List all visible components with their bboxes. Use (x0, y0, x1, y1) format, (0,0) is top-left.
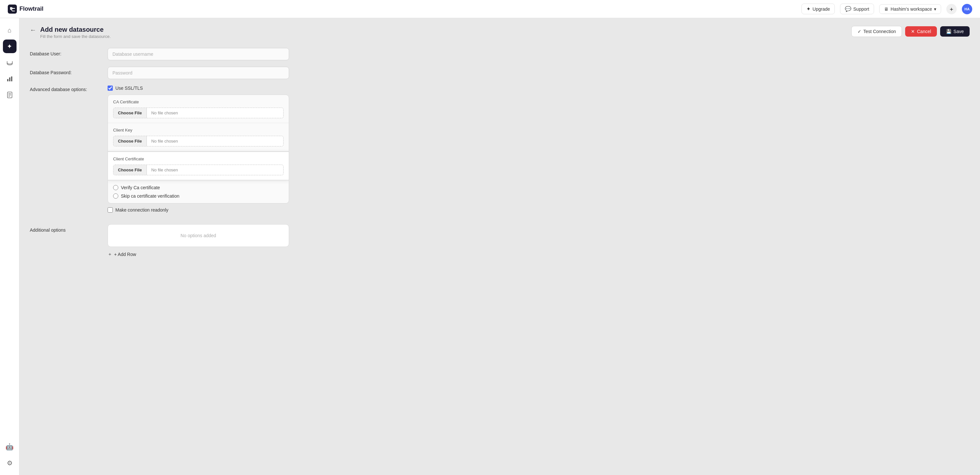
skip-ca-label[interactable]: Skip ca certificate verification (121, 194, 180, 199)
save-button[interactable]: 💾 Save (940, 26, 970, 37)
add-button[interactable]: ＋ (946, 4, 957, 14)
advanced-options-label: Advanced database options: (30, 86, 108, 92)
ca-cert-file-input-row: Choose File No file chosen (113, 108, 283, 118)
ssl-checkbox[interactable] (108, 86, 113, 91)
client-key-choose-button[interactable]: Choose File (113, 136, 147, 146)
sidebar-item-ai[interactable]: 🤖 (3, 440, 16, 454)
support-icon: 💬 (845, 6, 851, 12)
skip-ca-option: Skip ca certificate verification (113, 194, 283, 199)
checkmark-icon: ✓ (858, 29, 861, 34)
svg-rect-2 (7, 79, 8, 81)
client-certificate-section: Client Certificate Choose File No file c… (108, 151, 289, 181)
upgrade-label: Upgrade (813, 6, 830, 12)
upgrade-button[interactable]: ✦ Upgrade (802, 3, 835, 14)
reports-icon (6, 91, 13, 98)
client-cert-label: Client Certificate (113, 157, 283, 161)
add-row-label: + Add Row (114, 252, 136, 257)
db-user-input[interactable] (108, 48, 289, 60)
verify-ca-radio[interactable] (113, 185, 118, 190)
sidebar-item-query[interactable]: ✦ (3, 40, 16, 53)
db-password-row: Database Password: (30, 67, 289, 79)
verify-ca-label[interactable]: Verify Ca certificate (121, 185, 160, 190)
ssl-checkbox-row: Use SSL/TLS (108, 86, 289, 91)
page-title: Add new datasource (40, 26, 111, 33)
db-user-row: Database User: (30, 48, 289, 60)
db-user-field (108, 48, 289, 60)
ca-cert-choose-button[interactable]: Choose File (113, 108, 147, 118)
page-title-block: Add new datasource Fill the form and sav… (40, 26, 111, 39)
readonly-label[interactable]: Make connection readonly (115, 207, 168, 213)
client-key-file-input-row: Choose File No file chosen (113, 136, 283, 146)
add-row-button[interactable]: ＋ + Add Row (108, 250, 136, 259)
sidebar-item-charts[interactable] (3, 72, 16, 86)
sidebar: ⌂ ✦ 🤖 ⚙ (0, 18, 19, 475)
ssl-radio-section: Verify Ca certificate Skip ca certificat… (108, 181, 289, 203)
no-options-text: No options added (180, 233, 216, 238)
client-cert-chosen-text: No file chosen (147, 165, 183, 175)
ca-certificate-section: CA Certificate Choose File No file chose… (108, 95, 289, 123)
db-user-label: Database User: (30, 48, 108, 56)
additional-options-row: Additional options No options added ＋ + … (30, 224, 289, 259)
verify-ca-option: Verify Ca certificate (113, 185, 283, 190)
sidebar-item-settings[interactable]: ⚙ (3, 456, 16, 470)
skip-ca-radio[interactable] (113, 194, 118, 199)
support-label: Support (853, 6, 869, 12)
additional-options-label: Additional options (30, 224, 108, 233)
client-key-chosen-text: No file chosen (147, 136, 183, 146)
avatar: HA (962, 4, 972, 14)
save-icon: 💾 (946, 29, 951, 34)
ca-cert-chosen-text: No file chosen (147, 108, 183, 118)
topnav: Flowtrail ✦ Upgrade 💬 Support 🖥 Hashim's… (0, 0, 980, 18)
test-connection-button[interactable]: ✓ Test Connection (851, 26, 902, 37)
charts-icon (6, 75, 13, 82)
form-section: Database User: Database Password: Advanc… (30, 48, 289, 259)
additional-options-box: No options added (108, 224, 289, 247)
upgrade-icon: ✦ (806, 6, 810, 12)
workspace-icon: 🖥 (884, 6, 889, 12)
client-key-label: Client Key (113, 128, 283, 132)
readonly-checkbox[interactable] (108, 207, 113, 213)
ssl-checkbox-label[interactable]: Use SSL/TLS (115, 86, 143, 91)
ssl-content: Use SSL/TLS CA Certificate Choose File N… (108, 86, 289, 218)
client-cert-choose-button[interactable]: Choose File (113, 165, 147, 175)
datasources-icon (6, 59, 13, 66)
plus-icon: ＋ (108, 251, 112, 257)
logo-text: Flowtrail (19, 5, 43, 12)
page-subtitle: Fill the form and save the datasource. (40, 34, 111, 39)
logo: Flowtrail (8, 5, 43, 14)
sidebar-item-home[interactable]: ⌂ (3, 23, 16, 37)
sidebar-item-datasources[interactable] (3, 56, 16, 69)
db-password-label: Database Password: (30, 67, 108, 75)
client-cert-file-input-row: Choose File No file chosen (113, 165, 283, 175)
ssl-options-box: CA Certificate Choose File No file chose… (108, 95, 289, 203)
workspace-label: Hashim's workspace (891, 6, 932, 12)
svg-rect-4 (11, 76, 12, 81)
additional-content: No options added ＋ + Add Row (108, 224, 289, 259)
readonly-row: Make connection readonly (108, 207, 289, 213)
page-header: ← Add new datasource Fill the form and s… (30, 26, 970, 39)
chevron-down-icon: ▾ (934, 6, 936, 12)
header-actions: ✓ Test Connection ✕ Cancel 💾 Save (851, 26, 970, 37)
support-button[interactable]: 💬 Support (840, 3, 874, 14)
main-content: ← Add new datasource Fill the form and s… (19, 18, 980, 475)
advanced-options-row: Advanced database options: Use SSL/TLS C… (30, 86, 289, 218)
back-button[interactable]: ← (30, 27, 36, 33)
svg-rect-3 (9, 78, 10, 81)
client-key-section: Client Key Choose File No file chosen (108, 123, 289, 151)
cancel-button[interactable]: ✕ Cancel (905, 26, 937, 37)
db-password-field (108, 67, 289, 79)
x-icon: ✕ (911, 29, 915, 34)
workspace-selector[interactable]: 🖥 Hashim's workspace ▾ (879, 4, 941, 14)
flowtrail-logo-icon (8, 5, 17, 14)
sidebar-item-reports[interactable] (3, 88, 16, 102)
ca-cert-label: CA Certificate (113, 100, 283, 104)
db-password-input[interactable] (108, 67, 289, 79)
